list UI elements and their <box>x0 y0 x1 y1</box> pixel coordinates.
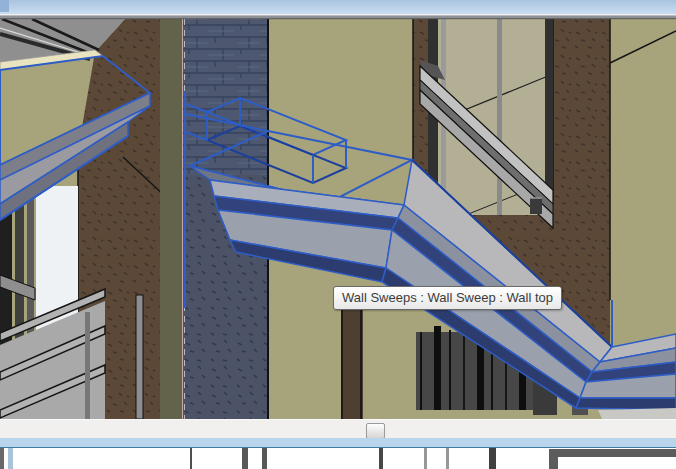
horizontal-scrollbar[interactable] <box>0 419 676 439</box>
sky-strip <box>0 0 676 19</box>
status-strip <box>0 438 676 448</box>
selection-tooltip: Wall Sweeps : Wall Sweep : Wall top <box>333 286 562 310</box>
model-canvas[interactable]: Wall Sweeps : Wall Sweep : Wall top <box>0 0 676 419</box>
wall-strip-dark-olive <box>160 19 183 419</box>
bottom-window-sliver <box>0 448 676 469</box>
bottom-bar <box>190 448 192 469</box>
bottom-bar <box>446 448 449 469</box>
bottom-bar <box>379 448 383 469</box>
bottom-frame-corner <box>549 449 676 457</box>
scrollbar-thumb[interactable] <box>366 423 385 439</box>
revit-view-crop: Wall Sweeps : Wall Sweep : Wall top <box>0 0 676 469</box>
bottom-bar <box>8 448 13 469</box>
3d-scene <box>0 0 676 419</box>
bottom-bar <box>489 448 496 469</box>
bottom-bar <box>0 448 4 469</box>
bottom-frame-corner <box>549 449 558 469</box>
bottom-bar <box>242 448 248 469</box>
bottom-bar <box>262 448 267 469</box>
bottom-bar <box>424 448 427 469</box>
